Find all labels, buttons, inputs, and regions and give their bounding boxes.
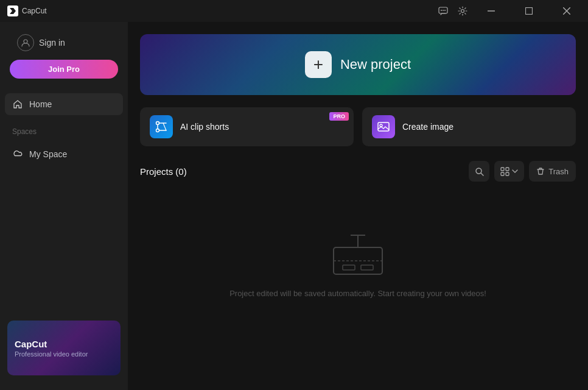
- empty-text: Project edited will be saved automatical…: [229, 289, 486, 298]
- ai-clip-shorts-card[interactable]: AI clip shorts PRO: [140, 107, 354, 146]
- spaces-label: Spaces: [0, 120, 128, 138]
- maximize-button[interactable]: [515, 0, 543, 22]
- capcut-logo: [7, 5, 18, 16]
- svg-rect-21: [506, 168, 509, 171]
- sidebar-nav: Home: [0, 88, 128, 120]
- promo-card[interactable]: CapCut Professional video editor: [7, 321, 121, 375]
- sign-in-label: Sign in: [39, 38, 65, 48]
- new-project-label: New project: [340, 57, 411, 73]
- ai-clip-shorts-label: AI clip shorts: [180, 122, 229, 132]
- trash-icon: [536, 167, 545, 176]
- feedback-icon[interactable]: [438, 6, 448, 16]
- home-icon: [12, 99, 23, 110]
- svg-rect-23: [506, 172, 509, 176]
- sign-in-button[interactable]: Sign in: [10, 29, 118, 56]
- plus-icon: +: [305, 51, 332, 78]
- search-button[interactable]: [469, 161, 489, 182]
- sign-in-avatar: [17, 34, 34, 51]
- svg-point-1: [441, 10, 442, 11]
- main-layout: Sign in Join Pro Home Spaces: [0, 22, 588, 390]
- empty-illustration: [321, 230, 394, 279]
- join-pro-button[interactable]: Join Pro: [10, 60, 118, 79]
- sidebar-bottom: CapCut Professional video editor: [0, 313, 128, 383]
- content-area: + New project AI clip shorts: [128, 22, 588, 390]
- app-title: CapCut: [22, 7, 47, 15]
- projects-title: Projects (0): [140, 166, 187, 177]
- feature-cards: AI clip shorts PRO Create image: [140, 107, 576, 146]
- trash-button[interactable]: Trash: [529, 161, 576, 182]
- new-project-inner: + New project: [305, 51, 411, 78]
- svg-line-19: [481, 173, 483, 176]
- titlebar: CapCut: [0, 0, 588, 22]
- svg-rect-29: [361, 265, 373, 270]
- svg-point-3: [444, 10, 446, 11]
- sidebar-item-home[interactable]: Home: [5, 93, 123, 115]
- sidebar-item-my-space-label: My Space: [29, 149, 67, 159]
- svg-rect-20: [501, 168, 504, 171]
- close-button[interactable]: [553, 0, 581, 22]
- sidebar-item-my-space[interactable]: My Space: [5, 143, 123, 165]
- titlebar-left: CapCut: [7, 5, 47, 16]
- sidebar-top: Sign in Join Pro: [0, 29, 128, 88]
- sidebar-spaces: My Space: [0, 138, 128, 170]
- ai-clip-shorts-icon: [150, 115, 173, 138]
- promo-bg: CapCut Professional video editor: [7, 321, 121, 375]
- sidebar: Sign in Join Pro Home Spaces: [0, 22, 128, 390]
- svg-rect-6: [526, 8, 533, 15]
- svg-point-2: [443, 10, 444, 11]
- promo-title: CapCut: [15, 339, 113, 349]
- trash-label: Trash: [548, 167, 569, 176]
- empty-state: Project edited will be saved automatical…: [140, 194, 576, 335]
- titlebar-controls: [438, 0, 581, 22]
- create-image-label: Create image: [402, 122, 453, 132]
- view-toggle-button[interactable]: [494, 161, 524, 182]
- svg-line-15: [163, 123, 166, 130]
- svg-rect-22: [501, 172, 504, 176]
- cloud-icon: [12, 149, 23, 160]
- projects-actions: Trash: [469, 161, 576, 182]
- minimize-button[interactable]: [477, 0, 505, 22]
- create-image-card[interactable]: Create image: [362, 107, 576, 146]
- pro-badge: PRO: [329, 112, 349, 121]
- settings-icon[interactable]: [458, 6, 467, 16]
- svg-rect-16: [378, 122, 389, 131]
- projects-header: Projects (0): [140, 161, 576, 182]
- sidebar-item-home-label: Home: [29, 99, 52, 109]
- promo-subtitle: Professional video editor: [15, 350, 113, 358]
- create-image-icon: [372, 115, 395, 138]
- svg-rect-28: [343, 265, 355, 270]
- svg-rect-24: [334, 247, 382, 274]
- new-project-banner[interactable]: + New project: [140, 34, 576, 95]
- svg-point-9: [24, 40, 27, 43]
- svg-point-4: [461, 10, 464, 13]
